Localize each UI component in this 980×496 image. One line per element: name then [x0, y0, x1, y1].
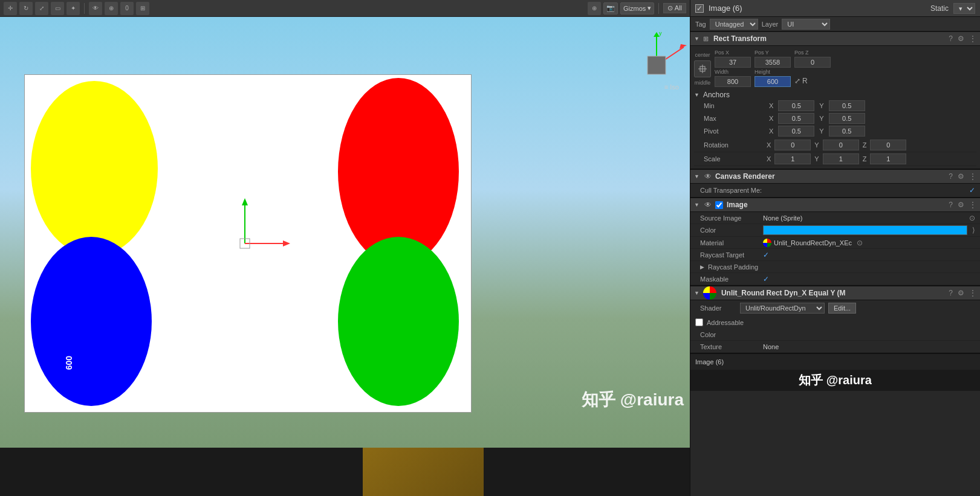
source-image-value: None (Sprite)	[763, 214, 802, 222]
rect-tool-icon[interactable]: ▭	[51, 2, 64, 15]
material-label: Material	[700, 239, 761, 246]
maskable-row: Maskable ✓	[690, 273, 980, 285]
cr-question-icon[interactable]: ?	[949, 172, 953, 181]
move-tool-icon[interactable]: ✛	[4, 2, 17, 15]
gizmos-label: Gizmos	[623, 5, 646, 12]
height-input[interactable]	[754, 76, 791, 87]
pos-z-input[interactable]	[794, 57, 831, 68]
img-settings-icon[interactable]: ⚙	[958, 201, 964, 209]
resize-icon[interactable]: ⤢	[794, 77, 800, 85]
pos-z-label: Pos Z	[794, 50, 831, 56]
img-question-icon[interactable]: ?	[949, 201, 953, 209]
source-image-row: Source Image None (Sprite) ⊙	[690, 212, 980, 224]
rotation-y[interactable]	[823, 140, 859, 150]
pivot-y[interactable]	[829, 126, 865, 137]
sh-question-icon[interactable]: ?	[949, 289, 953, 297]
ellipse-label: 600	[64, 356, 74, 370]
scale-x-label: X	[767, 155, 771, 163]
scale-y[interactable]	[823, 153, 859, 164]
rt-menu-icon[interactable]: ⋮	[969, 34, 976, 43]
image-enabled-checkbox[interactable]	[715, 201, 723, 209]
color-picker-icon[interactable]: ⟩	[972, 226, 975, 234]
anchors-max-y[interactable]	[829, 113, 865, 124]
rt-question-icon[interactable]: ?	[949, 34, 953, 43]
pos-x-label: Pos X	[715, 50, 751, 56]
scene-viewport[interactable]: 600 y	[0, 17, 690, 448]
raycast-row: Raycast Target ✓	[690, 249, 980, 261]
cr-settings-icon[interactable]: ⚙	[958, 172, 964, 181]
width-input[interactable]	[715, 76, 751, 87]
sh-settings-icon[interactable]: ⚙	[958, 289, 964, 297]
cr-menu-icon[interactable]: ⋮	[969, 172, 976, 181]
shader-header[interactable]: ▼ Unlit_Round Rect Dyn_X Equal Y (M ? ⚙ …	[690, 286, 980, 300]
anchor-icon	[697, 63, 708, 74]
shader-dropdown[interactable]: Unlit/RoundRectDyn	[740, 303, 825, 314]
layers-icon[interactable]: ⊕	[105, 2, 118, 15]
scale-x[interactable]	[774, 153, 811, 164]
pivot-x[interactable]	[778, 126, 814, 137]
rect-transform-header[interactable]: ▼ ⊞ Rect Transform ? ⚙ ⋮	[690, 31, 980, 46]
layer-dropdown[interactable]: UI	[782, 19, 830, 30]
pos-y-input[interactable]	[754, 57, 791, 68]
shader-edit-button[interactable]: Edit...	[828, 303, 856, 314]
bottom-label-row: Image (6)	[690, 353, 980, 370]
watermark-footer: 知乎 @raiura	[690, 370, 980, 391]
pos-x-input[interactable]	[715, 57, 751, 68]
anchors-max-x[interactable]	[778, 113, 814, 124]
img-eye-icon[interactable]: 👁	[703, 200, 713, 210]
material-picker[interactable]: ⊙	[857, 239, 863, 247]
pivot-label: Pivot	[704, 127, 764, 135]
sh-menu-icon[interactable]: ⋮	[969, 289, 976, 297]
canvas-renderer-header[interactable]: ▼ 👁 Canvas Renderer ? ⚙ ⋮	[690, 169, 980, 184]
rotation-x[interactable]	[774, 140, 811, 150]
rect-transform-title: Rect Transform	[713, 34, 946, 43]
anchors-min-x[interactable]	[778, 100, 814, 111]
img-menu-icon[interactable]: ⋮	[969, 201, 976, 209]
eye-icon[interactable]: 👁	[89, 2, 102, 15]
rt-settings-icon[interactable]: ⚙	[958, 34, 964, 43]
anchors-body: Min X Y Max X Y	[694, 100, 976, 137]
image-section: ▼ 👁 Image ? ⚙ ⋮ Source Image None (Sprit…	[690, 198, 980, 286]
addressable-checkbox[interactable]	[695, 318, 703, 326]
anchors-collapse: ▼	[694, 92, 699, 98]
width-group: Width	[715, 69, 751, 87]
source-image-picker[interactable]: ⊙	[969, 214, 975, 222]
static-dropdown[interactable]: ▾	[953, 3, 975, 14]
num-icon[interactable]: 0	[120, 2, 134, 15]
rt-icon: ⊞	[703, 35, 709, 43]
rotation-z[interactable]	[870, 140, 906, 150]
grid-icon[interactable]: ⊞	[136, 2, 149, 15]
cr-eye-icon[interactable]: 👁	[703, 172, 713, 181]
iso-label[interactable]: ≡ Iso	[664, 83, 679, 91]
anchors-max-label: Max	[704, 115, 764, 122]
svg-marker-3	[283, 240, 290, 246]
addressable-row: Addressable	[690, 316, 980, 329]
pos-y-label: Pos Y	[754, 50, 791, 56]
rotate-tool-icon[interactable]: ↻	[19, 2, 33, 15]
anchors-min-row: Min X Y	[704, 100, 976, 111]
active-checkbox[interactable]: ✓	[695, 4, 704, 13]
camera-dropdown[interactable]: 📷	[603, 2, 618, 14]
image-header[interactable]: ▼ 👁 Image ? ⚙ ⋮	[690, 198, 980, 212]
texture-label: Texture	[700, 343, 761, 350]
shader-color-row: Color	[690, 329, 980, 341]
anchor-widget[interactable]	[694, 60, 711, 77]
transform-gizmo	[212, 192, 290, 271]
maskable-checkmark: ✓	[763, 275, 769, 283]
tag-dropdown[interactable]: Untagged	[710, 19, 758, 30]
scale-z[interactable]	[870, 153, 906, 164]
anchors-min-y[interactable]	[829, 100, 865, 111]
texture-value: None	[763, 343, 779, 350]
r-icon[interactable]: R	[802, 77, 808, 85]
all-button[interactable]: ⊙ All	[663, 3, 686, 13]
scale-tool-icon[interactable]: ⤢	[35, 2, 48, 15]
crosshair-icon[interactable]: ⊕	[588, 2, 601, 15]
gizmos-dropdown[interactable]: Gizmos ▾	[620, 2, 654, 14]
color-swatch[interactable]	[763, 225, 967, 235]
transform-tool-icon[interactable]: ✦	[67, 2, 80, 15]
scene-panel: ✛ ↻ ⤢ ▭ ✦ 👁 ⊕ 0 ⊞ ⊕ 📷 Gizmos ▾ ⊙ All	[0, 0, 690, 496]
bottom-thumbnail	[363, 448, 484, 496]
rotation-label: Rotation	[704, 141, 764, 149]
svg-text:y: y	[659, 32, 662, 36]
shader-section: ▼ Unlit_Round Rect Dyn_X Equal Y (M ? ⚙ …	[690, 286, 980, 353]
